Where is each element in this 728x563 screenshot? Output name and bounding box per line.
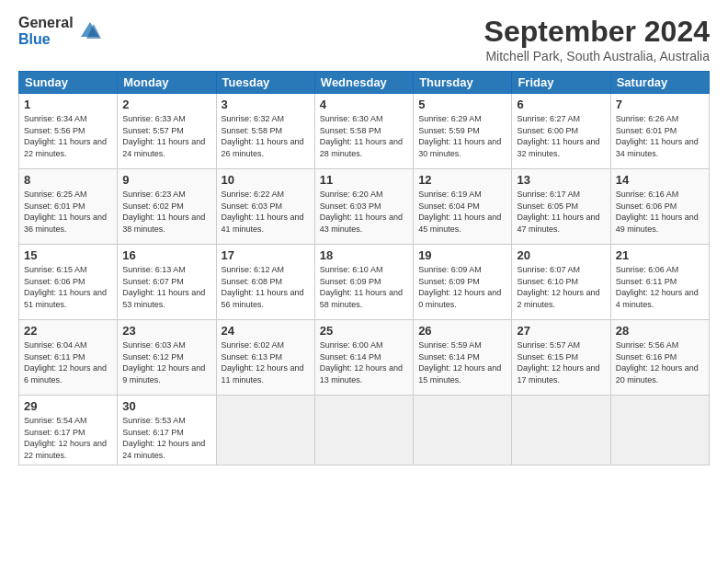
day-number: 5 <box>418 98 506 111</box>
day-number: 7 <box>616 98 704 111</box>
table-row: 19Sunrise: 6:09 AM Sunset: 6:09 PM Dayli… <box>414 245 512 320</box>
day-info: Sunrise: 6:19 AM Sunset: 6:04 PM Dayligh… <box>418 189 506 235</box>
table-row: 4Sunrise: 6:30 AM Sunset: 5:58 PM Daylig… <box>314 94 413 169</box>
day-info: Sunrise: 5:54 AM Sunset: 6:17 PM Dayligh… <box>24 415 112 461</box>
col-wednesday: Wednesday <box>314 72 413 94</box>
day-number: 29 <box>24 399 112 413</box>
day-number: 12 <box>418 173 506 187</box>
logo-blue: Blue <box>18 31 74 48</box>
day-number: 23 <box>122 324 210 338</box>
table-row: 24Sunrise: 6:02 AM Sunset: 6:13 PM Dayli… <box>216 320 314 396</box>
day-info: Sunrise: 6:00 AM Sunset: 6:14 PM Dayligh… <box>320 339 408 385</box>
table-row: 27Sunrise: 5:57 AM Sunset: 6:15 PM Dayli… <box>512 320 610 396</box>
day-number: 18 <box>320 248 408 262</box>
day-info: Sunrise: 6:26 AM Sunset: 6:01 PM Dayligh… <box>616 113 704 159</box>
calendar-header-row: Sunday Monday Tuesday Wednesday Thursday… <box>19 72 710 94</box>
table-row: 26Sunrise: 5:59 AM Sunset: 6:14 PM Dayli… <box>414 320 512 396</box>
table-row: 9Sunrise: 6:23 AM Sunset: 6:02 PM Daylig… <box>118 169 216 245</box>
table-row: 11Sunrise: 6:20 AM Sunset: 6:03 PM Dayli… <box>314 169 413 245</box>
day-info: Sunrise: 6:25 AM Sunset: 6:01 PM Dayligh… <box>24 189 112 235</box>
table-row <box>610 396 709 465</box>
table-row: 29Sunrise: 5:54 AM Sunset: 6:17 PM Dayli… <box>19 396 118 465</box>
day-info: Sunrise: 6:23 AM Sunset: 6:02 PM Dayligh… <box>122 189 210 235</box>
day-number: 14 <box>616 173 704 187</box>
table-row: 30Sunrise: 5:53 AM Sunset: 6:17 PM Dayli… <box>118 396 216 465</box>
day-number: 22 <box>24 324 112 338</box>
day-info: Sunrise: 6:13 AM Sunset: 6:07 PM Dayligh… <box>122 264 210 310</box>
calendar-week-5: 29Sunrise: 5:54 AM Sunset: 6:17 PM Dayli… <box>19 396 710 465</box>
logo-general: General <box>18 15 74 31</box>
table-row: 18Sunrise: 6:10 AM Sunset: 6:09 PM Dayli… <box>314 245 413 320</box>
day-info: Sunrise: 5:59 AM Sunset: 6:14 PM Dayligh… <box>418 339 506 385</box>
calendar-week-1: 1Sunrise: 6:34 AM Sunset: 5:56 PM Daylig… <box>19 94 710 169</box>
day-info: Sunrise: 6:20 AM Sunset: 6:03 PM Dayligh… <box>320 189 408 235</box>
day-number: 6 <box>517 98 605 111</box>
day-number: 16 <box>122 248 210 262</box>
day-info: Sunrise: 6:09 AM Sunset: 6:09 PM Dayligh… <box>418 264 506 310</box>
logo-icon <box>77 18 103 44</box>
day-number: 10 <box>222 173 310 187</box>
table-row: 13Sunrise: 6:17 AM Sunset: 6:05 PM Dayli… <box>512 169 610 245</box>
day-number: 4 <box>320 98 408 111</box>
day-info: Sunrise: 5:57 AM Sunset: 6:15 PM Dayligh… <box>517 339 605 385</box>
month-title: September 2024 <box>484 15 710 49</box>
table-row: 7Sunrise: 6:26 AM Sunset: 6:01 PM Daylig… <box>610 94 709 169</box>
table-row: 20Sunrise: 6:07 AM Sunset: 6:10 PM Dayli… <box>512 245 610 320</box>
table-row: 2Sunrise: 6:33 AM Sunset: 5:57 PM Daylig… <box>118 94 216 169</box>
table-row: 5Sunrise: 6:29 AM Sunset: 5:59 PM Daylig… <box>414 94 512 169</box>
day-info: Sunrise: 6:32 AM Sunset: 5:58 PM Dayligh… <box>222 113 310 159</box>
col-tuesday: Tuesday <box>216 72 314 94</box>
table-row: 14Sunrise: 6:16 AM Sunset: 6:06 PM Dayli… <box>610 169 709 245</box>
col-saturday: Saturday <box>610 72 709 94</box>
day-number: 21 <box>616 248 704 262</box>
col-friday: Friday <box>512 72 610 94</box>
day-number: 2 <box>122 98 210 111</box>
day-info: Sunrise: 6:29 AM Sunset: 5:59 PM Dayligh… <box>418 113 506 159</box>
day-number: 24 <box>222 324 310 338</box>
table-row <box>414 396 512 465</box>
table-row <box>216 396 314 465</box>
day-info: Sunrise: 6:33 AM Sunset: 5:57 PM Dayligh… <box>122 113 210 159</box>
day-info: Sunrise: 6:12 AM Sunset: 6:08 PM Dayligh… <box>222 264 310 310</box>
day-info: Sunrise: 6:02 AM Sunset: 6:13 PM Dayligh… <box>222 339 310 385</box>
day-info: Sunrise: 6:22 AM Sunset: 6:03 PM Dayligh… <box>222 189 310 235</box>
day-info: Sunrise: 5:56 AM Sunset: 6:16 PM Dayligh… <box>616 339 704 385</box>
day-info: Sunrise: 6:10 AM Sunset: 6:09 PM Dayligh… <box>320 264 408 310</box>
table-row: 21Sunrise: 6:06 AM Sunset: 6:11 PM Dayli… <box>610 245 709 320</box>
table-row: 12Sunrise: 6:19 AM Sunset: 6:04 PM Dayli… <box>414 169 512 245</box>
day-info: Sunrise: 6:06 AM Sunset: 6:11 PM Dayligh… <box>616 264 704 310</box>
table-row: 1Sunrise: 6:34 AM Sunset: 5:56 PM Daylig… <box>19 94 118 169</box>
table-row: 10Sunrise: 6:22 AM Sunset: 6:03 PM Dayli… <box>216 169 314 245</box>
table-row: 8Sunrise: 6:25 AM Sunset: 6:01 PM Daylig… <box>19 169 118 245</box>
table-row: 6Sunrise: 6:27 AM Sunset: 6:00 PM Daylig… <box>512 94 610 169</box>
day-info: Sunrise: 6:17 AM Sunset: 6:05 PM Dayligh… <box>517 189 605 235</box>
table-row: 23Sunrise: 6:03 AM Sunset: 6:12 PM Dayli… <box>118 320 216 396</box>
day-info: Sunrise: 6:16 AM Sunset: 6:06 PM Dayligh… <box>616 189 704 235</box>
calendar-table: Sunday Monday Tuesday Wednesday Thursday… <box>18 71 710 465</box>
day-number: 26 <box>418 324 506 338</box>
calendar-page: General Blue September 2024 Mitchell Par… <box>0 0 728 563</box>
table-row: 28Sunrise: 5:56 AM Sunset: 6:16 PM Dayli… <box>610 320 709 396</box>
day-number: 9 <box>122 173 210 187</box>
day-info: Sunrise: 6:34 AM Sunset: 5:56 PM Dayligh… <box>24 113 112 159</box>
day-number: 28 <box>616 324 704 338</box>
day-number: 8 <box>24 173 112 187</box>
logo-text: General Blue <box>18 15 74 47</box>
col-thursday: Thursday <box>414 72 512 94</box>
day-number: 30 <box>122 399 210 413</box>
day-number: 1 <box>24 98 112 111</box>
day-number: 19 <box>418 248 506 262</box>
day-info: Sunrise: 6:04 AM Sunset: 6:11 PM Dayligh… <box>24 339 112 385</box>
col-sunday: Sunday <box>19 72 118 94</box>
table-row <box>512 396 610 465</box>
day-info: Sunrise: 6:03 AM Sunset: 6:12 PM Dayligh… <box>122 339 210 385</box>
table-row: 25Sunrise: 6:00 AM Sunset: 6:14 PM Dayli… <box>314 320 413 396</box>
header: General Blue September 2024 Mitchell Par… <box>18 15 710 63</box>
day-number: 11 <box>320 173 408 187</box>
day-number: 17 <box>222 248 310 262</box>
day-info: Sunrise: 5:53 AM Sunset: 6:17 PM Dayligh… <box>122 415 210 461</box>
table-row: 15Sunrise: 6:15 AM Sunset: 6:06 PM Dayli… <box>19 245 118 320</box>
table-row: 17Sunrise: 6:12 AM Sunset: 6:08 PM Dayli… <box>216 245 314 320</box>
table-row: 22Sunrise: 6:04 AM Sunset: 6:11 PM Dayli… <box>19 320 118 396</box>
day-number: 25 <box>320 324 408 338</box>
